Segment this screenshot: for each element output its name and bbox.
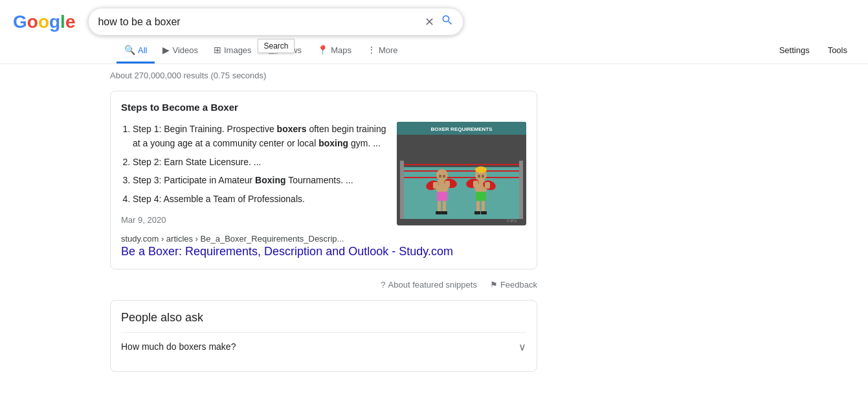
featured-snippet: Steps to Become a Boxer Step 1: Begin Tr… xyxy=(110,91,537,269)
step-4: Step 4: Assemble a Team of Professionals… xyxy=(133,192,386,206)
feedback-label: Feedback xyxy=(500,280,537,290)
search-button[interactable] xyxy=(441,14,454,30)
search-input[interactable]: how to be a boxer xyxy=(98,16,425,28)
svg-rect-21 xyxy=(445,181,450,187)
tab-images[interactable]: ⊞ Images xyxy=(206,38,260,63)
svg-point-25 xyxy=(478,175,480,178)
snippet-steps: Step 1: Begin Training. Prospective boxe… xyxy=(121,122,386,227)
svg-rect-31 xyxy=(481,211,487,214)
chevron-down-icon: ∨ xyxy=(518,341,526,353)
svg-rect-33 xyxy=(473,181,478,187)
svg-rect-14 xyxy=(438,201,441,212)
flag-icon: ⚑ xyxy=(490,280,498,290)
snippet-title: Steps to Become a Boxer xyxy=(121,102,526,113)
svg-text:BOXER REQUIREMENTS: BOXER REQUIREMENTS xyxy=(430,126,493,132)
tab-maps-label: Maps xyxy=(331,45,351,55)
snippet-date: Mar 9, 2020 xyxy=(121,214,386,227)
tab-tools[interactable]: Tools xyxy=(820,39,855,63)
svg-rect-16 xyxy=(436,211,441,214)
svg-rect-5 xyxy=(400,161,404,219)
svg-rect-27 xyxy=(476,192,486,201)
tab-more-label: More xyxy=(379,45,398,55)
results-area: About 270,000,000 results (0.75 seconds)… xyxy=(0,64,868,378)
google-logo[interactable]: Google xyxy=(13,12,75,32)
logo-letter-e: e xyxy=(65,12,76,32)
tab-settings-label: Settings xyxy=(779,45,810,55)
svg-rect-30 xyxy=(474,211,480,214)
step-3: Step 3: Participate in Amateur Boxing To… xyxy=(133,173,386,187)
svg-rect-2 xyxy=(400,164,523,165)
steps-list: Step 1: Begin Training. Prospective boxe… xyxy=(121,122,386,206)
tab-more[interactable]: ⋮ More xyxy=(359,38,406,63)
search-bar-wrapper: how to be a boxer ✕ Search xyxy=(88,8,463,36)
nav-right: Settings Tools xyxy=(772,39,855,63)
step-1: Step 1: Begin Training. Prospective boxe… xyxy=(133,122,386,151)
search-icon xyxy=(441,14,454,27)
clear-button[interactable]: ✕ xyxy=(425,15,434,29)
svg-rect-17 xyxy=(441,211,447,214)
step-2: Step 2: Earn State Licensure. ... xyxy=(133,155,386,169)
tab-images-label: Images xyxy=(224,45,252,55)
feedback-button[interactable]: ⚑ Feedback xyxy=(490,280,537,290)
question-icon: ? xyxy=(381,280,385,290)
svg-rect-3 xyxy=(400,170,523,172)
search-tooltip: Search xyxy=(258,39,294,53)
svg-rect-19 xyxy=(433,182,438,189)
images-icon: ⊞ xyxy=(214,45,221,55)
svg-point-26 xyxy=(482,175,484,178)
svg-text:© STU: © STU xyxy=(507,219,517,223)
svg-rect-15 xyxy=(443,201,446,212)
logo-letter-g2: g xyxy=(49,12,60,32)
logo-letter-l: l xyxy=(60,12,65,32)
paa-title: People also ask xyxy=(121,311,526,325)
snippet-breadcrumb: study.com › articles › Be_a_Boxer_Requir… xyxy=(121,234,526,244)
svg-point-12 xyxy=(443,175,445,178)
paa-section: People also ask How much do boxers make?… xyxy=(110,300,537,372)
header: Google how to be a boxer ✕ Search 🔍 All … xyxy=(0,0,868,64)
svg-point-24 xyxy=(475,166,487,173)
snippet-source: study.com › articles › Be_a_Boxer_Requir… xyxy=(121,234,526,258)
tab-maps[interactable]: 📍 Maps xyxy=(309,38,359,63)
svg-point-11 xyxy=(439,175,441,178)
tab-settings[interactable]: Settings xyxy=(772,39,818,63)
logo-letter-o1: o xyxy=(27,12,38,32)
about-snippets-label: About featured snippets xyxy=(388,280,477,290)
tab-all[interactable]: 🔍 All xyxy=(117,38,155,63)
svg-point-10 xyxy=(436,169,448,181)
search-bar: how to be a boxer ✕ xyxy=(88,8,463,36)
logo-letter-o2: o xyxy=(38,12,49,32)
nav-tabs: 🔍 All ▶ Videos ⊞ Images 📰 News 📍 Maps ⋮ … xyxy=(117,38,855,63)
svg-rect-4 xyxy=(400,177,523,178)
more-icon: ⋮ xyxy=(367,45,376,55)
results-count: About 270,000,000 results (0.75 seconds) xyxy=(110,71,758,80)
paa-item[interactable]: How much do boxers make? ∨ xyxy=(121,332,526,361)
svg-rect-1 xyxy=(403,167,520,219)
snippet-content: Step 1: Begin Training. Prospective boxe… xyxy=(121,122,526,227)
svg-rect-29 xyxy=(482,201,485,212)
all-icon: 🔍 xyxy=(124,45,135,55)
logo-letter-g: G xyxy=(13,12,27,32)
svg-rect-28 xyxy=(476,201,480,212)
tab-videos-label: Videos xyxy=(172,45,198,55)
videos-icon: ▶ xyxy=(162,45,170,55)
svg-rect-6 xyxy=(519,161,523,219)
boxing-ring-svg: BOXER REQUIREMENTS xyxy=(397,122,526,225)
snippet-image: BOXER REQUIREMENTS xyxy=(397,122,526,225)
snippet-footer: ? About featured snippets ⚑ Feedback xyxy=(110,276,537,293)
about-snippets-button[interactable]: ? About featured snippets xyxy=(381,280,477,290)
tab-videos[interactable]: ▶ Videos xyxy=(155,38,206,63)
maps-icon: 📍 xyxy=(317,45,328,55)
tab-tools-label: Tools xyxy=(828,45,847,55)
svg-rect-35 xyxy=(485,182,490,189)
snippet-link[interactable]: Be a Boxer: Requirements, Description an… xyxy=(121,245,526,258)
paa-question: How much do boxers make? xyxy=(121,341,236,352)
svg-rect-13 xyxy=(437,192,447,201)
tab-all-label: All xyxy=(138,45,147,55)
